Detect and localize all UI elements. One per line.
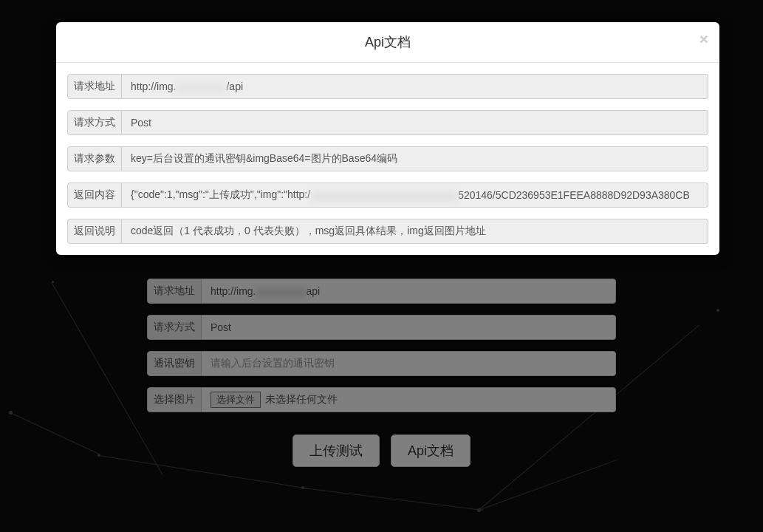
- modal-url-part-1: http://img.: [131, 81, 176, 92]
- modal-label-request-method: 请求方式: [67, 110, 122, 135]
- modal-label-response-desc: 返回说明: [67, 219, 122, 244]
- close-icon[interactable]: ×: [699, 31, 708, 47]
- resp-part-3: 520146/5CD236953E1FEEA8888D92D93A380CB: [458, 189, 690, 201]
- modal-row-response-content: 返回内容 {"code":1,"msg":"上传成功","img":"http:…: [67, 183, 708, 208]
- modal-url-part-3: /api: [226, 81, 243, 92]
- modal-row-response-desc: 返回说明 code返回（1 代表成功，0 代表失败），msg返回具体结果，img…: [67, 219, 708, 244]
- api-doc-modal: Api文档 × 请求地址 http://img./api 请求方式 Post 请…: [56, 22, 719, 255]
- modal-field-request-url: http://img./api: [122, 74, 708, 99]
- modal-redacted-host: [176, 83, 226, 93]
- modal-row-request-params: 请求参数 key=后台设置的通讯密钥&imgBase64=图片的Base64编码: [67, 146, 708, 171]
- modal-label-request-url: 请求地址: [67, 74, 122, 99]
- modal-field-request-params: key=后台设置的通讯密钥&imgBase64=图片的Base64编码: [122, 146, 708, 171]
- modal-title: Api文档: [67, 33, 708, 51]
- modal-field-response-content: {"code":1,"msg":"上传成功","img":"http:/5201…: [122, 183, 708, 208]
- resp-redacted: [310, 191, 458, 202]
- modal-header: Api文档 ×: [56, 22, 719, 63]
- modal-field-response-desc: code返回（1 代表成功，0 代表失败），msg返回具体结果，img返回图片地…: [122, 219, 708, 244]
- modal-field-request-method: Post: [122, 110, 708, 135]
- modal-row-request-url: 请求地址 http://img./api: [67, 74, 708, 99]
- modal-row-request-method: 请求方式 Post: [67, 110, 708, 135]
- modal-label-response-content: 返回内容: [67, 183, 122, 208]
- modal-label-request-params: 请求参数: [67, 146, 122, 171]
- resp-part-1: {"code":1,"msg":"上传成功","img":"http:/: [131, 188, 310, 202]
- modal-body: 请求地址 http://img./api 请求方式 Post 请求参数 key=…: [56, 63, 719, 255]
